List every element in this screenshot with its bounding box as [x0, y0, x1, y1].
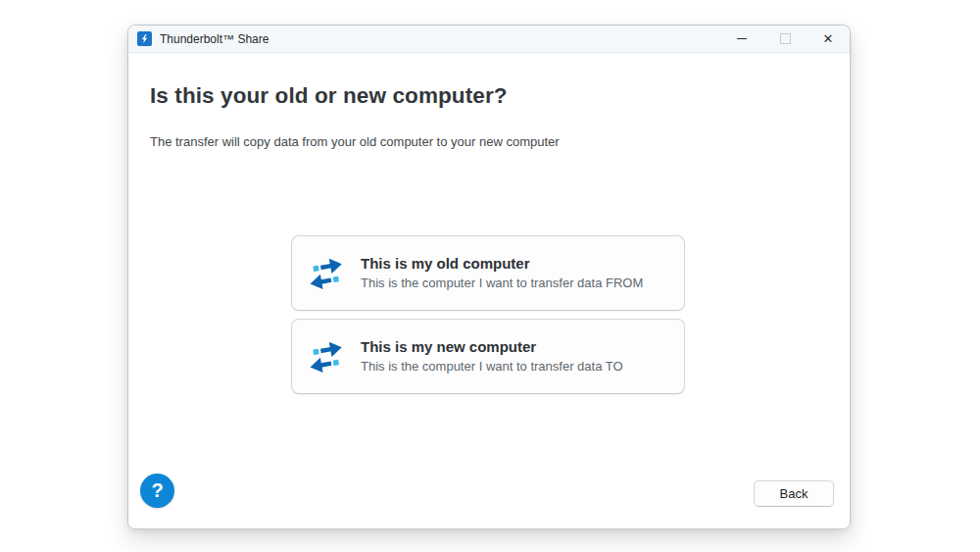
- new-computer-option-card[interactable]: This is my new computer This is the comp…: [291, 319, 685, 394]
- back-button[interactable]: Back: [754, 480, 834, 507]
- close-button[interactable]: ✕: [807, 25, 850, 52]
- old-computer-option-card[interactable]: This is my old computer This is the comp…: [291, 235, 685, 311]
- option-description: This is the computer I want to transfer …: [361, 360, 623, 375]
- thunderbolt-logo-icon: [137, 31, 152, 46]
- content-area: Is this your old or new computer? The tr…: [128, 53, 850, 529]
- minimize-icon: [737, 38, 747, 39]
- question-mark-icon: ?: [151, 479, 163, 502]
- app-window: Thunderbolt™ Share ✕ Is this your old or…: [127, 25, 851, 529]
- option-card-list: This is my old computer This is the comp…: [291, 235, 685, 394]
- maximize-icon: [780, 33, 791, 44]
- maximize-button: [763, 25, 807, 52]
- help-button[interactable]: ?: [140, 474, 174, 508]
- option-title: This is my new computer: [361, 338, 623, 355]
- option-text: This is my old computer This is the comp…: [361, 255, 643, 290]
- window-title: Thunderbolt™ Share: [160, 32, 269, 46]
- option-text: This is my new computer This is the comp…: [361, 338, 623, 374]
- minimize-button[interactable]: [720, 25, 763, 52]
- transfer-arrows-icon: [305, 252, 350, 295]
- page-title: Is this your old or new computer?: [128, 53, 850, 109]
- titlebar: Thunderbolt™ Share ✕: [128, 25, 850, 53]
- page-subtitle: The transfer will copy data from your ol…: [128, 109, 850, 149]
- close-icon: ✕: [823, 32, 834, 45]
- option-description: This is the computer I want to transfer …: [361, 276, 643, 291]
- option-title: This is my old computer: [361, 255, 643, 272]
- window-controls: ✕: [720, 25, 850, 52]
- transfer-arrows-icon: [305, 335, 350, 378]
